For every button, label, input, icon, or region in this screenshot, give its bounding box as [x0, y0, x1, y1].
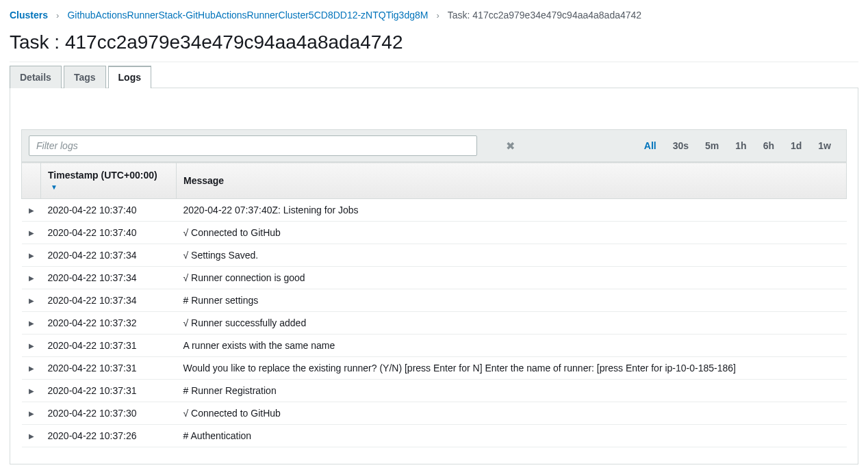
- tab-logs[interactable]: Logs: [108, 66, 151, 88]
- filter-bar: ✖ All 30s 5m 1h 6h 1d 1w: [21, 129, 847, 162]
- log-message: √ Connected to GitHub: [177, 222, 847, 244]
- breadcrumb: Clusters › GithubActionsRunnerStack-GitH…: [10, 10, 858, 21]
- table-row: ▶2020-04-22 10:37:40√ Connected to GitHu…: [22, 222, 847, 244]
- log-timestamp: 2020-04-22 10:37:32: [41, 312, 177, 335]
- log-message: # Authentication: [177, 425, 847, 447]
- table-row: ▶2020-04-22 10:37:31Would you like to re…: [22, 357, 847, 380]
- log-timestamp: 2020-04-22 10:37:31: [41, 335, 177, 357]
- table-row: ▶2020-04-22 10:37:26# Authentication: [22, 425, 847, 447]
- expand-row-icon[interactable]: ▶: [22, 244, 41, 267]
- log-message: √ Connected to GitHub: [177, 402, 847, 425]
- log-timestamp: 2020-04-22 10:37:40: [41, 222, 177, 244]
- log-timestamp: 2020-04-22 10:37:30: [41, 402, 177, 425]
- log-message: √ Runner successfully added: [177, 312, 847, 335]
- range-all-button[interactable]: All: [636, 136, 665, 155]
- log-message: A runner exists with the same name: [177, 335, 847, 357]
- range-6h-button[interactable]: 6h: [755, 136, 782, 155]
- range-5m-button[interactable]: 5m: [697, 136, 727, 155]
- column-message[interactable]: Message: [177, 163, 847, 199]
- expand-row-icon[interactable]: ▶: [22, 425, 41, 447]
- expand-row-icon[interactable]: ▶: [22, 380, 41, 402]
- column-message-label: Message: [183, 175, 224, 186]
- tab-bar: Details Tags Logs: [10, 65, 858, 88]
- expand-row-icon[interactable]: ▶: [22, 199, 41, 222]
- column-expand: [22, 163, 41, 199]
- table-row: ▶2020-04-22 10:37:31# Runner Registratio…: [22, 380, 847, 402]
- tab-details[interactable]: Details: [10, 66, 62, 88]
- range-1d-button[interactable]: 1d: [782, 136, 810, 155]
- column-timestamp[interactable]: Timestamp (UTC+00:00) ▼: [41, 163, 177, 199]
- log-message: √ Runner connection is good: [177, 267, 847, 289]
- filter-logs-input[interactable]: [29, 135, 477, 156]
- log-timestamp: 2020-04-22 10:37:34: [41, 267, 177, 289]
- tab-tags[interactable]: Tags: [64, 66, 106, 88]
- table-row: ▶2020-04-22 10:37:34# Runner settings: [22, 289, 847, 312]
- table-row: ▶2020-04-22 10:37:31A runner exists with…: [22, 335, 847, 357]
- chevron-right-icon: ›: [56, 10, 59, 21]
- table-row: ▶2020-04-22 10:37:32√ Runner successfull…: [22, 312, 847, 335]
- breadcrumb-current: Task: 417cc2a979e34e479c94aa4a8ada4742: [448, 10, 641, 21]
- log-timestamp: 2020-04-22 10:37:31: [41, 380, 177, 402]
- breadcrumb-clusters-link[interactable]: Clusters: [10, 10, 48, 21]
- log-timestamp: 2020-04-22 10:37:34: [41, 289, 177, 312]
- expand-row-icon[interactable]: ▶: [22, 289, 41, 312]
- log-timestamp: 2020-04-22 10:37:34: [41, 244, 177, 267]
- log-message: # Runner settings: [177, 289, 847, 312]
- expand-row-icon[interactable]: ▶: [22, 335, 41, 357]
- log-message: √ Settings Saved.: [177, 244, 847, 267]
- close-icon[interactable]: ✖: [502, 140, 519, 153]
- caret-down-icon: ▼: [51, 183, 58, 191]
- range-1h-button[interactable]: 1h: [727, 136, 754, 155]
- range-30s-button[interactable]: 30s: [665, 136, 697, 155]
- log-timestamp: 2020-04-22 10:37:40: [41, 199, 177, 222]
- page-title: Task : 417cc2a979e34e479c94aa4a8ada4742: [10, 26, 858, 62]
- range-1w-button[interactable]: 1w: [810, 136, 839, 155]
- expand-row-icon[interactable]: ▶: [22, 402, 41, 425]
- column-timestamp-label: Timestamp (UTC+00:00): [48, 170, 157, 181]
- log-timestamp: 2020-04-22 10:37:31: [41, 357, 177, 380]
- expand-row-icon[interactable]: ▶: [22, 222, 41, 244]
- log-timestamp: 2020-04-22 10:37:26: [41, 425, 177, 447]
- time-range-buttons: All 30s 5m 1h 6h 1d 1w: [636, 136, 839, 155]
- log-table: Timestamp (UTC+00:00) ▼ Message ▶2020-04…: [21, 162, 847, 447]
- log-message: Would you like to replace the existing r…: [177, 357, 847, 380]
- expand-row-icon[interactable]: ▶: [22, 267, 41, 289]
- breadcrumb-cluster-link[interactable]: GithubActionsRunnerStack-GitHubActionsRu…: [67, 10, 428, 21]
- log-message: # Runner Registration: [177, 380, 847, 402]
- tab-content-logs: ✖ All 30s 5m 1h 6h 1d 1w Timestamp (UTC+…: [10, 88, 858, 464]
- table-row: ▶2020-04-22 10:37:30√ Connected to GitHu…: [22, 402, 847, 425]
- table-row: ▶2020-04-22 10:37:34√ Runner connection …: [22, 267, 847, 289]
- log-message: 2020-04-22 07:37:40Z: Listening for Jobs: [177, 199, 847, 222]
- expand-row-icon[interactable]: ▶: [22, 312, 41, 335]
- table-row: ▶2020-04-22 10:37:34√ Settings Saved.: [22, 244, 847, 267]
- chevron-right-icon: ›: [436, 10, 439, 21]
- table-row: ▶2020-04-22 10:37:402020-04-22 07:37:40Z…: [22, 199, 847, 222]
- expand-row-icon[interactable]: ▶: [22, 357, 41, 380]
